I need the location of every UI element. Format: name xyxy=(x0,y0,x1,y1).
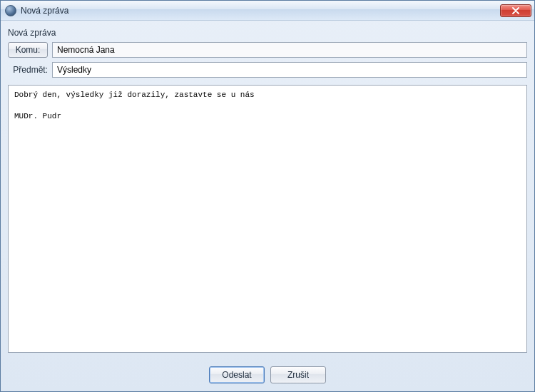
send-button[interactable]: Odeslat xyxy=(209,366,265,383)
cancel-button[interactable]: Zrušit xyxy=(270,366,326,383)
section-label: Nová zpráva xyxy=(8,28,527,38)
close-icon xyxy=(511,7,520,14)
to-row: Komu: xyxy=(8,42,527,58)
content-area: Nová zpráva Komu: Předmět: Odeslat Zruši… xyxy=(1,21,534,391)
titlebar: Nová zpráva xyxy=(1,1,534,21)
close-button[interactable] xyxy=(500,4,531,17)
to-field[interactable] xyxy=(52,42,527,58)
footer: Odeslat Zrušit xyxy=(8,359,527,391)
window-title: Nová zpráva xyxy=(21,6,500,16)
subject-label: Předmět: xyxy=(8,65,52,75)
subject-field[interactable] xyxy=(52,62,527,78)
subject-row: Předmět: xyxy=(8,62,527,78)
to-button[interactable]: Komu: xyxy=(8,42,48,58)
dialog-window: Nová zpráva Nová zpráva Komu: Předmět: O… xyxy=(0,0,535,392)
message-body[interactable] xyxy=(8,85,527,353)
app-icon xyxy=(5,5,16,16)
